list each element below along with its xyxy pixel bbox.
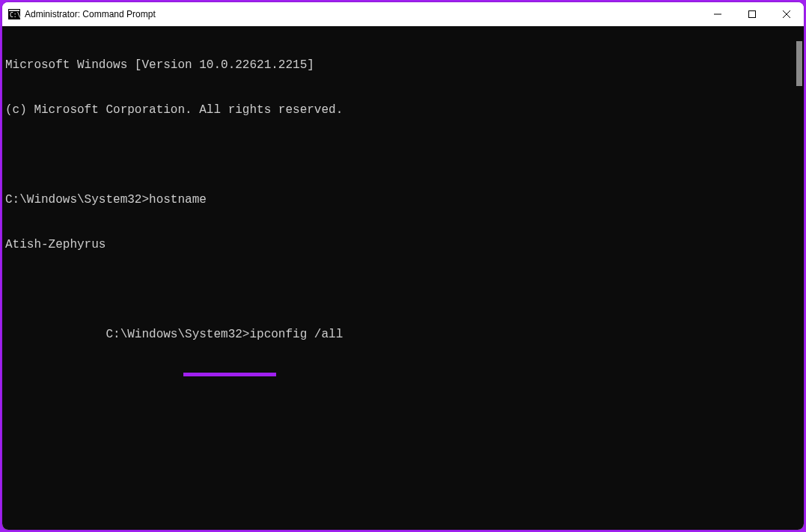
window-frame: C:\ Administrator: Command Prompt Micros… (2, 2, 804, 530)
terminal-line (5, 147, 801, 162)
window-controls (700, 2, 804, 26)
command-highlight (183, 373, 276, 376)
terminal-line: (c) Microsoft Corporation. All rights re… (5, 103, 801, 117)
svg-rect-1 (9, 10, 19, 11)
svg-text:C:\: C:\ (10, 12, 20, 19)
terminal-line: Atish-Zephyrus (5, 237, 801, 252)
window-title: Administrator: Command Prompt (25, 9, 156, 19)
prompt-text: C:\Windows\System32>ipconfig /all (106, 328, 343, 341)
terminal-area[interactable]: Microsoft Windows [Version 10.0.22621.22… (2, 26, 804, 530)
terminal-line (5, 282, 801, 297)
close-button[interactable] (769, 2, 804, 26)
vertical-scrollbar[interactable] (796, 41, 802, 86)
titlebar[interactable]: C:\ Administrator: Command Prompt (2, 2, 804, 26)
terminal-content: Microsoft Windows [Version 10.0.22621.22… (2, 26, 804, 388)
cmd-icon: C:\ (8, 8, 20, 20)
terminal-line: Microsoft Windows [Version 10.0.22621.22… (5, 58, 801, 73)
maximize-button[interactable] (735, 2, 769, 26)
minimize-button[interactable] (700, 2, 735, 26)
svg-rect-4 (749, 11, 756, 18)
terminal-line: C:\Windows\System32>hostname (5, 192, 801, 207)
terminal-line-current: C:\Windows\System32>ipconfig /all (49, 312, 344, 372)
